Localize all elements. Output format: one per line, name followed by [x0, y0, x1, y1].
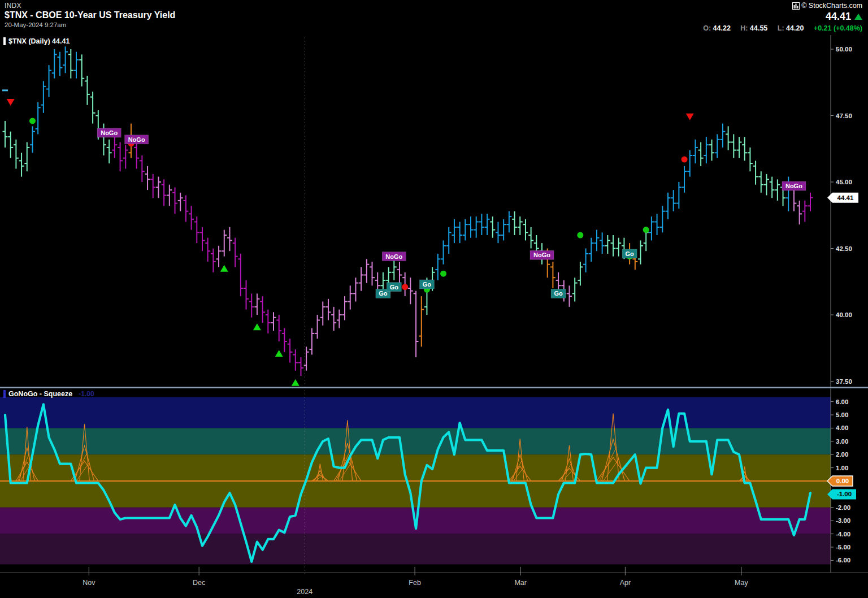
- svg-text:2.00: 2.00: [836, 451, 848, 458]
- svg-text:-5.00: -5.00: [836, 544, 850, 551]
- squeeze-panel-label-text: GoNoGo - Squeeze: [8, 390, 72, 398]
- svg-text:-4.00: -4.00: [836, 531, 850, 538]
- svg-text:-6.00: -6.00: [836, 557, 850, 564]
- svg-text:Go: Go: [554, 290, 563, 297]
- copyright-line: © StockCharts.com: [703, 2, 862, 10]
- open-label: O:: [703, 24, 711, 32]
- svg-text:NoGo: NoGo: [128, 136, 145, 143]
- svg-text:Dec: Dec: [193, 579, 205, 587]
- svg-text:47.50: 47.50: [836, 112, 852, 119]
- squeeze-panel-value: -1.00: [79, 390, 94, 398]
- svg-text:50.00: 50.00: [836, 46, 852, 53]
- change-value: +0.21 (+0.48%): [814, 24, 862, 32]
- open-value: 44.22: [713, 24, 731, 32]
- svg-text:37.50: 37.50: [836, 378, 852, 385]
- svg-text:40.00: 40.00: [836, 311, 852, 318]
- high-value: 44.55: [750, 24, 767, 32]
- svg-text:4.00: 4.00: [836, 424, 848, 431]
- ohlc-line: O: 44.22 H: 44.55 L: 44.20 +0.21 (+0.48%…: [703, 24, 862, 32]
- svg-text:6.00: 6.00: [836, 398, 848, 405]
- svg-text:-2.00: -2.00: [836, 504, 850, 511]
- chart-timestamp: 20-May-2024 9:27am: [5, 21, 175, 28]
- svg-text:NoGo: NoGo: [533, 252, 550, 258]
- copyright-text: © StockCharts.com: [801, 2, 862, 10]
- svg-text:NoGo: NoGo: [385, 253, 402, 260]
- svg-text:May: May: [735, 579, 748, 587]
- svg-text:2024: 2024: [297, 588, 313, 596]
- svg-text:-1.00: -1.00: [837, 491, 852, 497]
- price-panel-label: $TNX (Daily) 44.41: [3, 37, 70, 45]
- svg-text:Go: Go: [625, 250, 634, 257]
- chart-title: $TNX - CBOE 10-Year US Treasury Yield: [5, 10, 175, 20]
- svg-text:Go: Go: [423, 281, 432, 288]
- quote-header: © StockCharts.com 44.41 O: 44.22 H: 44.5…: [703, 2, 862, 32]
- svg-text:NoGo: NoGo: [785, 183, 802, 189]
- svg-text:45.00: 45.00: [836, 179, 852, 185]
- chart-canvas[interactable]: NovDec2024FebMarAprMay50.0047.5045.0042.…: [0, 0, 868, 598]
- squeeze-panel-label: GoNoGo - Squeeze -1.00: [3, 390, 94, 398]
- svg-text:Mar: Mar: [514, 579, 527, 587]
- svg-text:Feb: Feb: [409, 579, 421, 587]
- stockcharts-logo-icon: [792, 2, 800, 10]
- svg-text:NoGo: NoGo: [101, 129, 118, 136]
- svg-text:Go: Go: [379, 290, 388, 297]
- price-panel-label-text: $TNX (Daily) 44.41: [8, 37, 70, 45]
- svg-text:5.00: 5.00: [836, 411, 848, 418]
- signal-badges: NoGoNoGoNoGoNoGoNoGoGoGoGoGoGo: [97, 128, 806, 298]
- low-value: 44.20: [786, 24, 804, 32]
- price-bars: [3, 46, 813, 376]
- panel-separator: [0, 387, 868, 389]
- price-panel-label-bar: [3, 37, 6, 45]
- svg-text:Nov: Nov: [83, 579, 96, 587]
- squeeze-panel-label-bar: [3, 390, 6, 398]
- exchange-label: INDX: [5, 2, 175, 10]
- high-label: H:: [740, 24, 748, 32]
- svg-text:Go: Go: [390, 284, 399, 291]
- svg-text:3.00: 3.00: [836, 438, 848, 445]
- low-label: L:: [778, 24, 784, 32]
- chart-app: NovDec2024FebMarAprMay50.0047.5045.0042.…: [0, 0, 868, 598]
- svg-text:1.00: 1.00: [836, 465, 848, 471]
- svg-text:44.41: 44.41: [837, 194, 854, 201]
- svg-text:-3.00: -3.00: [836, 517, 850, 524]
- last-price: 44.41: [826, 11, 851, 23]
- price-up-icon: [854, 14, 862, 20]
- svg-text:Apr: Apr: [620, 579, 631, 587]
- svg-text:42.50: 42.50: [836, 245, 852, 252]
- chart-header: INDX $TNX - CBOE 10-Year US Treasury Yie…: [5, 2, 175, 28]
- svg-text:0.00: 0.00: [836, 478, 849, 484]
